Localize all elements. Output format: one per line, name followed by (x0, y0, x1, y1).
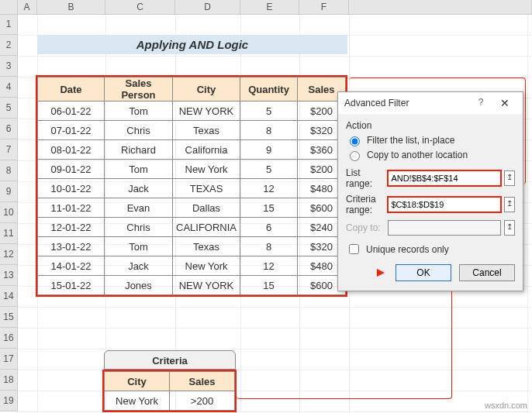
row-header-5[interactable]: 5 (0, 98, 17, 119)
table-cell: Texas (173, 237, 240, 256)
radio-inplace-label: Filter the list, in-place (367, 135, 454, 146)
table-cell: 5 (240, 160, 298, 179)
table-cell: Chris (105, 121, 173, 140)
row-header-4[interactable]: 4 (0, 77, 17, 98)
table-cell: Richard (105, 140, 173, 160)
table-cell: 8 (240, 121, 298, 140)
watermark: wsxdn.com (485, 401, 527, 410)
table-cell: TEXAS (173, 179, 240, 198)
row-header-9[interactable]: 9 (0, 181, 17, 202)
copy-to-input (388, 220, 501, 236)
table-row: 10-01-22JackTEXAS12$480 (38, 179, 346, 198)
crit-header-city: City (105, 372, 170, 391)
crit-value-city: New York (105, 391, 170, 411)
table-cell: Texas (173, 121, 240, 140)
criteria-heading: Criteria (104, 350, 236, 370)
row-header-17[interactable]: 17 (0, 349, 17, 370)
list-range-input[interactable] (388, 170, 501, 186)
row-header-18[interactable]: 18 (0, 370, 17, 391)
table-cell: Chris (105, 218, 173, 237)
table-cell: Tom (105, 160, 173, 179)
list-range-label: List range: (346, 167, 385, 189)
arrow-icon (377, 269, 385, 277)
table-cell: Tom (105, 102, 173, 121)
cancel-button[interactable]: Cancel (459, 264, 515, 281)
row-header-19[interactable]: 19 (0, 391, 17, 411)
help-button[interactable]: ? (473, 97, 489, 109)
row-header-16[interactable]: 16 (0, 328, 17, 349)
row-header-7[interactable]: 7 (0, 139, 17, 160)
column-header-f[interactable]: F (299, 0, 349, 14)
unique-records-label: Unique records only (366, 244, 449, 255)
column-header-c[interactable]: C (105, 0, 175, 14)
row-header-8[interactable]: 8 (0, 160, 17, 181)
column-header-d[interactable]: D (175, 0, 240, 14)
table-header: Quantity (240, 77, 298, 102)
advanced-filter-dialog: Advanced Filter ? ✕ Action Filter the li… (337, 91, 523, 291)
table-cell: Jack (105, 256, 173, 276)
column-headers: ABCDEF (17, 0, 532, 15)
crit-value-sales: >200 (170, 391, 235, 411)
row-header-13[interactable]: 13 (0, 265, 17, 286)
table-header: City (173, 77, 240, 102)
table-cell: 08-01-22 (38, 140, 105, 160)
row-header-1[interactable]: 1 (0, 14, 17, 35)
close-icon[interactable]: ✕ (493, 97, 516, 109)
ok-button[interactable]: OK (396, 264, 451, 281)
table-cell: Tom (105, 237, 173, 256)
table-cell: Dallas (173, 198, 240, 218)
table-row: 06-01-22TomNEW YORK5$200 (38, 102, 346, 121)
copy-to-label: Copy to: (346, 222, 385, 233)
dialog-title: Advanced Filter (344, 98, 409, 108)
page-title: Applying AND Logic (37, 35, 347, 54)
table-header: Date (38, 77, 105, 102)
row-header-6[interactable]: 6 (0, 119, 17, 139)
table-cell: Jack (105, 179, 173, 198)
table-cell: 07-01-22 (38, 121, 105, 140)
table-cell: NEW YORK (173, 276, 240, 295)
row-header-3[interactable]: 3 (0, 56, 17, 77)
collapse-icon[interactable]: ↥ (504, 197, 515, 212)
row-header-2[interactable]: 2 (0, 35, 17, 56)
table-row: 09-01-22TomNew York5$200 (38, 160, 346, 179)
row-header-14[interactable]: 14 (0, 286, 17, 307)
criteria-table: City Sales New York >200 (104, 371, 235, 411)
table-cell: CALIFORNIA (173, 218, 240, 237)
table-cell: 12-01-22 (38, 218, 105, 237)
table-cell: 5 (240, 102, 298, 121)
table-cell: NEW YORK (173, 102, 240, 121)
row-headers: 12345678910111213141516171819 (0, 14, 18, 411)
table-cell: 13-01-22 (38, 237, 105, 256)
table-cell: Evan (105, 198, 173, 218)
table-cell: 15-01-22 (38, 276, 105, 295)
table-cell: 14-01-22 (38, 256, 105, 276)
table-cell: Jones (105, 276, 173, 295)
column-header-a[interactable]: A (17, 0, 37, 14)
table-cell: 10-01-22 (38, 179, 105, 198)
column-header-e[interactable]: E (240, 0, 299, 14)
table-cell: 09-01-22 (38, 160, 105, 179)
collapse-icon[interactable]: ↥ (504, 220, 515, 236)
row-header-12[interactable]: 12 (0, 244, 17, 265)
criteria-range-input[interactable] (388, 197, 501, 212)
radio-copy-label: Copy to another location (367, 150, 468, 160)
table-cell: 9 (240, 140, 298, 160)
select-all-corner[interactable] (0, 0, 18, 15)
table-cell: California (173, 140, 240, 160)
table-cell: New York (173, 256, 240, 276)
radio-filter-inplace[interactable] (350, 136, 360, 146)
column-header-b[interactable]: B (37, 0, 105, 14)
row-header-15[interactable]: 15 (0, 307, 17, 328)
table-row: 08-01-22RichardCalifornia9$360 (38, 140, 346, 160)
action-label: Action (346, 120, 515, 131)
crit-header-sales: Sales (170, 372, 235, 391)
table-row: 07-01-22ChrisTexas8$320 (38, 121, 346, 140)
row-header-11[interactable]: 11 (0, 223, 17, 244)
collapse-icon[interactable]: ↥ (504, 170, 515, 186)
row-header-10[interactable]: 10 (0, 202, 17, 223)
radio-copy-location[interactable] (350, 151, 360, 161)
table-cell: 11-01-22 (38, 198, 105, 218)
table-cell: New York (173, 160, 240, 179)
unique-records-checkbox[interactable] (349, 244, 359, 254)
criteria-range-label: Criteria range: (346, 194, 385, 215)
